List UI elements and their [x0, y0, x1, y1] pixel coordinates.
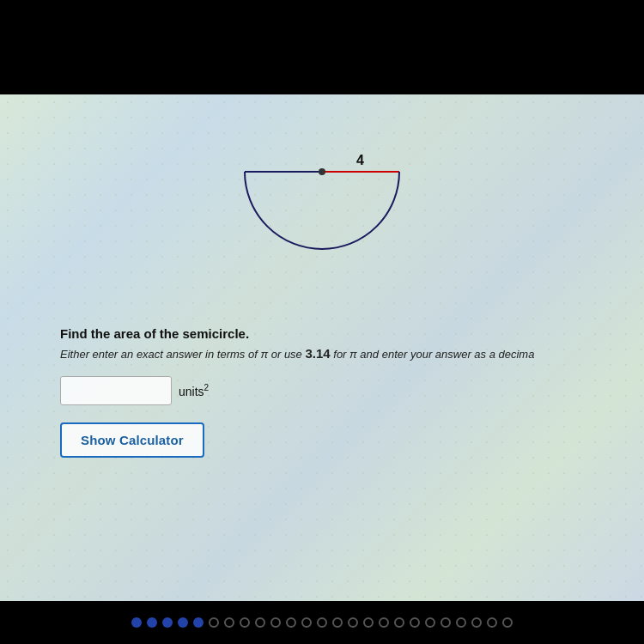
bottom-nav-bar: [0, 601, 644, 644]
nav-dot-filled-1[interactable]: [131, 617, 142, 628]
nav-dot-empty-4[interactable]: [255, 617, 265, 628]
nav-dot-empty-10[interactable]: [348, 617, 358, 628]
nav-dot-empty-11[interactable]: [363, 617, 374, 628]
question-subtitle: Either enter an exact answer in terms of…: [60, 346, 534, 361]
nav-dot-empty-15[interactable]: [425, 617, 435, 628]
svg-point-2: [319, 168, 325, 175]
nav-dot-empty-18[interactable]: [471, 617, 482, 628]
nav-dot-empty-6[interactable]: [286, 617, 296, 628]
nav-dot-empty-12[interactable]: [379, 617, 389, 628]
nav-dot-empty-7[interactable]: [301, 617, 312, 628]
main-content: 4 Find the area of the semicircle. Eithe…: [0, 94, 644, 601]
nav-dot-filled-5[interactable]: [193, 617, 204, 628]
nav-dot-empty-9[interactable]: [332, 617, 343, 628]
diagram-area: 4: [193, 120, 451, 301]
subtitle-start: Either enter an exact answer in terms of…: [60, 348, 305, 361]
nav-dot-filled-2[interactable]: [147, 617, 157, 628]
top-black-bar: [0, 0, 644, 94]
svg-text:4: 4: [356, 153, 364, 167]
semicircle-diagram: 4: [193, 120, 451, 301]
nav-dot-empty-14[interactable]: [410, 617, 420, 628]
pi-approx: 3.14: [305, 346, 330, 361]
nav-dot-empty-1[interactable]: [209, 617, 219, 628]
nav-dot-empty-19[interactable]: [487, 617, 497, 628]
nav-dot-empty-17[interactable]: [456, 617, 466, 628]
nav-dot-empty-20[interactable]: [502, 617, 513, 628]
nav-dot-empty-8[interactable]: [317, 617, 327, 628]
nav-dot-filled-4[interactable]: [178, 617, 188, 628]
show-calculator-button[interactable]: Show Calculator: [60, 422, 204, 458]
answer-input[interactable]: [60, 376, 172, 405]
units-label: units2: [179, 383, 209, 398]
nav-dot-empty-16[interactable]: [440, 617, 451, 628]
question-section: Find the area of the semicircle. Either …: [60, 326, 534, 458]
question-title: Find the area of the semicircle.: [60, 326, 534, 341]
nav-dot-empty-13[interactable]: [394, 617, 404, 628]
answer-row: units2: [60, 376, 534, 405]
nav-dot-empty-5[interactable]: [270, 617, 281, 628]
nav-dot-filled-3[interactable]: [162, 617, 173, 628]
nav-dot-empty-2[interactable]: [224, 617, 234, 628]
nav-dot-empty-3[interactable]: [240, 617, 250, 628]
subtitle-end: for π and enter your answer as a decima: [331, 348, 535, 361]
